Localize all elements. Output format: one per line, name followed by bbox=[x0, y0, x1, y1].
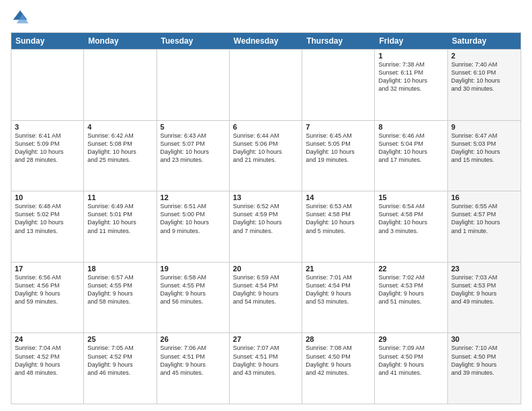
header-day-tuesday: Tuesday bbox=[157, 33, 230, 49]
day-number: 27 bbox=[233, 335, 298, 343]
day-number: 6 bbox=[233, 123, 298, 131]
day-cell-7: 7Sunrise: 6:45 AM Sunset: 5:05 PM Daylig… bbox=[302, 121, 375, 191]
day-info: Sunrise: 6:58 AM Sunset: 4:55 PM Dayligh… bbox=[161, 273, 226, 306]
day-info: Sunrise: 7:10 AM Sunset: 4:50 PM Dayligh… bbox=[451, 344, 517, 377]
day-number: 14 bbox=[306, 193, 371, 201]
day-cell-18: 18Sunrise: 6:57 AM Sunset: 4:55 PM Dayli… bbox=[84, 263, 157, 333]
day-number: 13 bbox=[233, 193, 298, 201]
day-number: 8 bbox=[378, 123, 443, 131]
day-cell-2: 2Sunrise: 7:40 AM Sunset: 6:10 PM Daylig… bbox=[448, 50, 521, 120]
day-number: 1 bbox=[378, 52, 443, 60]
day-number: 9 bbox=[451, 123, 517, 131]
week-row-5: 24Sunrise: 7:04 AM Sunset: 4:52 PM Dayli… bbox=[11, 332, 521, 404]
calendar-header: SundayMondayTuesdayWednesdayThursdayFrid… bbox=[11, 33, 521, 49]
day-number: 29 bbox=[378, 335, 443, 343]
day-info: Sunrise: 7:03 AM Sunset: 4:53 PM Dayligh… bbox=[451, 273, 517, 306]
day-cell-10: 10Sunrise: 6:48 AM Sunset: 5:02 PM Dayli… bbox=[11, 191, 84, 262]
day-cell-4: 4Sunrise: 6:42 AM Sunset: 5:08 PM Daylig… bbox=[84, 121, 157, 191]
empty-cell bbox=[302, 50, 375, 120]
day-number: 5 bbox=[161, 123, 226, 131]
page: SundayMondayTuesdayWednesdayThursdayFrid… bbox=[0, 0, 532, 411]
day-info: Sunrise: 6:53 AM Sunset: 4:58 PM Dayligh… bbox=[306, 202, 371, 235]
day-number: 25 bbox=[87, 335, 152, 343]
day-cell-24: 24Sunrise: 7:04 AM Sunset: 4:52 PM Dayli… bbox=[11, 333, 84, 404]
day-cell-21: 21Sunrise: 7:01 AM Sunset: 4:54 PM Dayli… bbox=[302, 263, 375, 333]
day-cell-25: 25Sunrise: 7:05 AM Sunset: 4:52 PM Dayli… bbox=[84, 333, 157, 404]
empty-cell bbox=[11, 50, 84, 120]
day-cell-1: 1Sunrise: 7:38 AM Sunset: 6:11 PM Daylig… bbox=[375, 50, 447, 120]
day-cell-3: 3Sunrise: 6:41 AM Sunset: 5:09 PM Daylig… bbox=[11, 121, 84, 191]
day-info: Sunrise: 7:06 AM Sunset: 4:51 PM Dayligh… bbox=[161, 344, 226, 377]
day-cell-28: 28Sunrise: 7:08 AM Sunset: 4:50 PM Dayli… bbox=[302, 333, 375, 404]
day-info: Sunrise: 6:46 AM Sunset: 5:04 PM Dayligh… bbox=[378, 132, 443, 165]
day-number: 15 bbox=[378, 193, 443, 201]
day-info: Sunrise: 7:40 AM Sunset: 6:10 PM Dayligh… bbox=[451, 60, 517, 93]
header-day-saturday: Saturday bbox=[448, 33, 521, 49]
day-number: 18 bbox=[87, 265, 152, 273]
week-row-2: 3Sunrise: 6:41 AM Sunset: 5:09 PM Daylig… bbox=[11, 120, 521, 191]
header-day-wednesday: Wednesday bbox=[230, 33, 302, 49]
day-number: 23 bbox=[451, 265, 517, 273]
day-cell-30: 30Sunrise: 7:10 AM Sunset: 4:50 PM Dayli… bbox=[448, 333, 521, 404]
day-cell-22: 22Sunrise: 7:02 AM Sunset: 4:53 PM Dayli… bbox=[375, 263, 447, 333]
header-day-monday: Monday bbox=[84, 33, 157, 49]
week-row-4: 17Sunrise: 6:56 AM Sunset: 4:56 PM Dayli… bbox=[11, 262, 521, 333]
calendar: SundayMondayTuesdayWednesdayThursdayFrid… bbox=[11, 32, 521, 404]
day-cell-11: 11Sunrise: 6:49 AM Sunset: 5:01 PM Dayli… bbox=[84, 191, 157, 262]
empty-cell bbox=[157, 50, 230, 120]
day-number: 11 bbox=[87, 193, 152, 201]
day-number: 28 bbox=[306, 335, 371, 343]
header-day-thursday: Thursday bbox=[302, 33, 375, 49]
day-info: Sunrise: 6:43 AM Sunset: 5:07 PM Dayligh… bbox=[161, 132, 226, 165]
day-info: Sunrise: 6:45 AM Sunset: 5:05 PM Dayligh… bbox=[306, 132, 371, 165]
day-cell-23: 23Sunrise: 7:03 AM Sunset: 4:53 PM Dayli… bbox=[448, 263, 521, 333]
day-info: Sunrise: 6:41 AM Sunset: 5:09 PM Dayligh… bbox=[15, 132, 80, 165]
header bbox=[11, 8, 521, 27]
day-cell-12: 12Sunrise: 6:51 AM Sunset: 5:00 PM Dayli… bbox=[157, 191, 230, 262]
day-info: Sunrise: 7:38 AM Sunset: 6:11 PM Dayligh… bbox=[378, 60, 443, 93]
empty-cell bbox=[230, 50, 302, 120]
day-number: 20 bbox=[233, 265, 298, 273]
day-info: Sunrise: 7:09 AM Sunset: 4:50 PM Dayligh… bbox=[378, 344, 443, 377]
day-cell-26: 26Sunrise: 7:06 AM Sunset: 4:51 PM Dayli… bbox=[157, 333, 230, 404]
day-cell-16: 16Sunrise: 6:55 AM Sunset: 4:57 PM Dayli… bbox=[448, 191, 521, 262]
day-number: 30 bbox=[451, 335, 517, 343]
day-info: Sunrise: 7:02 AM Sunset: 4:53 PM Dayligh… bbox=[378, 273, 443, 306]
day-cell-13: 13Sunrise: 6:52 AM Sunset: 4:59 PM Dayli… bbox=[230, 191, 302, 262]
day-number: 12 bbox=[161, 193, 226, 201]
day-cell-20: 20Sunrise: 6:59 AM Sunset: 4:54 PM Dayli… bbox=[230, 263, 302, 333]
day-cell-17: 17Sunrise: 6:56 AM Sunset: 4:56 PM Dayli… bbox=[11, 263, 84, 333]
day-info: Sunrise: 6:51 AM Sunset: 5:00 PM Dayligh… bbox=[161, 202, 226, 235]
day-cell-29: 29Sunrise: 7:09 AM Sunset: 4:50 PM Dayli… bbox=[375, 333, 447, 404]
day-number: 24 bbox=[15, 335, 80, 343]
day-cell-19: 19Sunrise: 6:58 AM Sunset: 4:55 PM Dayli… bbox=[157, 263, 230, 333]
day-info: Sunrise: 6:52 AM Sunset: 4:59 PM Dayligh… bbox=[233, 202, 298, 235]
day-number: 22 bbox=[378, 265, 443, 273]
day-info: Sunrise: 6:56 AM Sunset: 4:56 PM Dayligh… bbox=[15, 273, 80, 306]
day-number: 21 bbox=[306, 265, 371, 273]
week-row-3: 10Sunrise: 6:48 AM Sunset: 5:02 PM Dayli… bbox=[11, 191, 521, 262]
day-info: Sunrise: 6:48 AM Sunset: 5:02 PM Dayligh… bbox=[15, 202, 80, 235]
day-cell-15: 15Sunrise: 6:54 AM Sunset: 4:58 PM Dayli… bbox=[375, 191, 447, 262]
header-day-sunday: Sunday bbox=[11, 33, 84, 49]
week-row-1: 1Sunrise: 7:38 AM Sunset: 6:11 PM Daylig… bbox=[11, 49, 521, 120]
day-info: Sunrise: 6:49 AM Sunset: 5:01 PM Dayligh… bbox=[87, 202, 152, 235]
day-info: Sunrise: 7:05 AM Sunset: 4:52 PM Dayligh… bbox=[87, 344, 152, 377]
day-info: Sunrise: 6:47 AM Sunset: 5:03 PM Dayligh… bbox=[451, 132, 517, 165]
day-cell-14: 14Sunrise: 6:53 AM Sunset: 4:58 PM Dayli… bbox=[302, 191, 375, 262]
day-number: 2 bbox=[451, 52, 517, 60]
day-info: Sunrise: 6:59 AM Sunset: 4:54 PM Dayligh… bbox=[233, 273, 298, 306]
day-info: Sunrise: 7:04 AM Sunset: 4:52 PM Dayligh… bbox=[15, 344, 80, 377]
day-number: 3 bbox=[15, 123, 80, 131]
header-day-friday: Friday bbox=[375, 33, 447, 49]
day-info: Sunrise: 6:57 AM Sunset: 4:55 PM Dayligh… bbox=[87, 273, 152, 306]
day-number: 7 bbox=[306, 123, 371, 131]
day-info: Sunrise: 7:01 AM Sunset: 4:54 PM Dayligh… bbox=[306, 273, 371, 306]
day-number: 4 bbox=[87, 123, 152, 131]
day-number: 26 bbox=[161, 335, 226, 343]
day-info: Sunrise: 6:55 AM Sunset: 4:57 PM Dayligh… bbox=[451, 202, 517, 235]
day-number: 19 bbox=[161, 265, 226, 273]
day-info: Sunrise: 6:54 AM Sunset: 4:58 PM Dayligh… bbox=[378, 202, 443, 235]
day-info: Sunrise: 7:07 AM Sunset: 4:51 PM Dayligh… bbox=[233, 344, 298, 377]
day-cell-8: 8Sunrise: 6:46 AM Sunset: 5:04 PM Daylig… bbox=[375, 121, 447, 191]
